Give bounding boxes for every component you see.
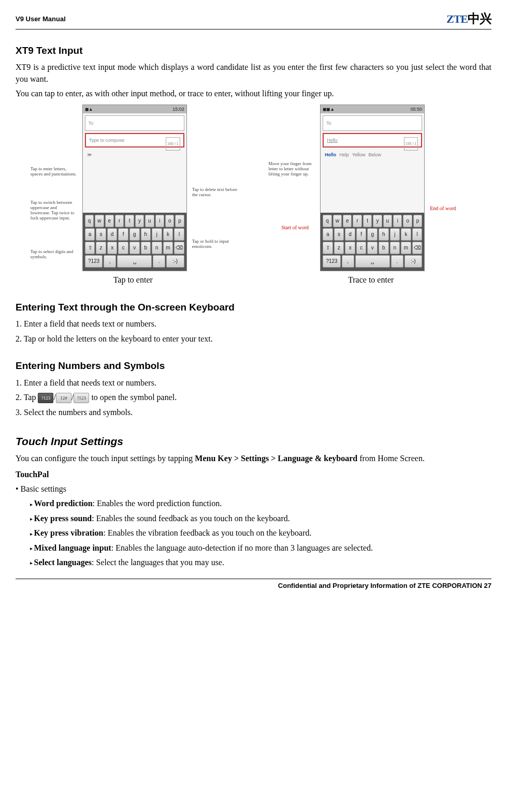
page-header: V9 User Manual ZTE中兴 [16, 10, 491, 29]
label-trace-move: Move your finger from letter to letter w… [268, 161, 315, 177]
label-tap-digits: Tap to select digits and symbols. [31, 249, 77, 260]
label-end-word: End of word [430, 205, 476, 211]
section-xt9-p2: You can tap to enter, as with other inpu… [16, 88, 491, 99]
label-tap-letters: Tap to enter letters, spaces and punctua… [31, 167, 77, 177]
item-word-prediction: Word prediction: Enables the word predic… [30, 498, 491, 509]
s4-p1b: Menu Key > Settings > Language & keyboar… [195, 454, 357, 463]
logo-en: ZTE [446, 12, 468, 25]
time-2: 05:50 [411, 106, 423, 113]
compose-field-2: Hello 155 / 1 [323, 133, 422, 147]
symbol-key-icon-3: ?123 [74, 393, 89, 403]
s2-p2: 2. Tap or hold the letters on the keyboa… [16, 333, 491, 345]
figures-row: Tap to enter letters, spaces and punctua… [16, 105, 491, 271]
header-title: V9 User Manual [16, 14, 66, 24]
symbol-key-icon-2: 12# [56, 393, 71, 403]
section-touch-input-title: Touch Input Settings [16, 434, 491, 449]
item-key-press-sound-t: Key press sound [34, 514, 92, 523]
keyboard-2: qwertyuiop asdfghjkl ⇧zxcvbnm⌫ ?123,␣.:-… [321, 213, 424, 271]
to-field-1: To [85, 115, 184, 131]
statusbar-2: ◼◼▲05:50 [321, 105, 424, 113]
item-select-languages-d: : Select the languages that you may use. [92, 558, 224, 567]
symbol-key-icon-1: ?123 [38, 393, 53, 403]
item-key-press-vibration: Key press vibration: Enables the vibrati… [30, 527, 491, 539]
caption-row: Tap to enter Trace to enter [16, 274, 491, 286]
section-xt9-title: XT9 Text Input [16, 44, 491, 58]
item-select-languages: Select languages: Select the languages t… [30, 557, 491, 568]
item-mixed-language: Mixed language input: Enables the langua… [30, 542, 491, 554]
time-1: 15:02 [172, 106, 184, 113]
s4-p1a: You can configure the touch input settin… [16, 454, 195, 463]
figure-trace-to-enter: Move your finger from letter to letter w… [271, 105, 474, 271]
cand-row-2: Hello Help Yellow Below [323, 150, 404, 160]
s3-p1: 1. Enter a field that needs text or numb… [16, 377, 491, 389]
section-numbers-symbols-title: Entering Numbers and Symbols [16, 359, 491, 373]
compose-text-2: Hello [327, 138, 338, 143]
phone-mock-2: ◼◼▲05:50 To Hello 155 / 1 Hello Help Yel… [320, 105, 425, 271]
cand-hello: Hello [325, 152, 336, 158]
keyboard-1: qwertyuiop asdfghjkl ⇧zxcvbnm⌫ ?123,␣.:-… [83, 213, 186, 271]
touchpal-heading: TouchPal [16, 469, 491, 480]
s3-p2: 2. Tap ?123/12#/?123 to open the symbol … [16, 392, 491, 403]
caption-trace: Trace to enter [348, 274, 394, 286]
cand-help: Help [339, 152, 349, 158]
label-tap-delete: Tap to delete text before the cursor. [192, 187, 239, 198]
to-field-2: To [323, 115, 422, 131]
item-select-languages-t: Select languages [34, 558, 92, 567]
logo-cn: 中兴 [468, 12, 491, 25]
item-key-press-sound: Key press sound: Enables the sound feedb… [30, 513, 491, 524]
compose-field-1: Type to compose 160 / 1 [85, 133, 184, 147]
compose-text-1: Type to compose [89, 138, 125, 143]
label-tap-emoticons: Tap or hold to input emoticons. [192, 239, 239, 249]
cand-yellow: Yellow [352, 152, 366, 158]
s3-p3: 3. Select the numbers and symbols. [16, 407, 491, 418]
counter-2: 155 / 1 [404, 137, 418, 151]
section-entering-text-title: Entering Text through the On-screen Keyb… [16, 301, 491, 315]
section-xt9-p1: XT9 is a predictive text input mode whic… [16, 62, 491, 85]
statusbar-1: ◼▲15:02 [83, 105, 186, 113]
page-footer: Confidential and Proprietary Information… [16, 579, 491, 590]
item-word-prediction-d: : Enables the word prediction function. [93, 499, 222, 508]
basic-settings-bullet: • Basic settings [16, 483, 491, 495]
s4-p1c: from Home Screen. [357, 454, 425, 463]
item-mixed-language-d: : Enables the language auto-detection if… [111, 543, 373, 552]
logo: ZTE中兴 [446, 10, 491, 28]
label-tap-case: Tap to switch between uppercase and lowe… [31, 200, 77, 221]
s4-p1: You can configure the touch input settin… [16, 453, 491, 464]
item-mixed-language-t: Mixed language input [34, 543, 111, 552]
figure-tap-to-enter: Tap to enter letters, spaces and punctua… [33, 105, 236, 271]
phone-mock-1: ◼▲15:02 To Type to compose 160 / 1 ≫ qwe… [82, 105, 187, 271]
caption-tap: Tap to enter [113, 274, 153, 286]
item-word-prediction-t: Word prediction [34, 499, 93, 508]
s3-p2b: to open the symbol panel. [91, 393, 177, 402]
item-key-press-sound-d: : Enables the sound feedback as you touc… [92, 514, 290, 523]
s2-p1: 1. Enter a field that needs text or numb… [16, 318, 491, 330]
counter-1: 160 / 1 [166, 137, 180, 151]
s3-p2a: 2. Tap [16, 393, 38, 402]
cand-below: Below [368, 152, 381, 158]
cand-row-1: ≫ [85, 150, 166, 160]
item-key-press-vibration-d: : Enables the vibration feedback as you … [103, 528, 311, 537]
item-key-press-vibration-t: Key press vibration [34, 528, 104, 537]
